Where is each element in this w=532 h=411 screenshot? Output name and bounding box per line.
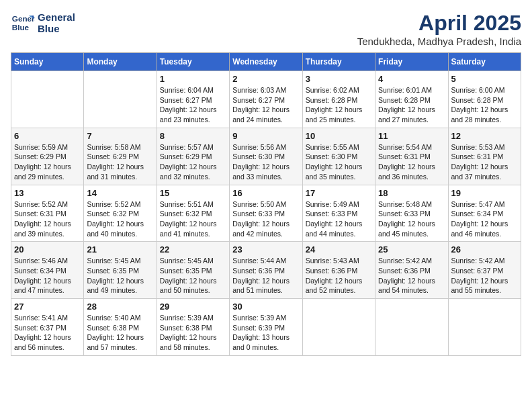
- calendar-cell: 20Sunrise: 5:46 AMSunset: 6:34 PMDayligh…: [11, 242, 84, 299]
- calendar-cell: 17Sunrise: 5:49 AMSunset: 6:33 PMDayligh…: [302, 185, 375, 242]
- day-number: 2: [232, 74, 299, 84]
- day-number: 18: [378, 188, 445, 198]
- month-title: April 2025: [357, 11, 521, 36]
- calendar-cell: 10Sunrise: 5:55 AMSunset: 6:30 PMDayligh…: [302, 128, 375, 185]
- day-number: 3: [306, 74, 372, 84]
- day-number: 23: [232, 244, 299, 255]
- day-number: 9: [232, 131, 299, 141]
- day-info: Sunrise: 5:40 AMSunset: 6:38 PMDaylight:…: [87, 313, 153, 353]
- calendar-cell: 11Sunrise: 5:54 AMSunset: 6:31 PMDayligh…: [375, 128, 448, 185]
- day-info: Sunrise: 5:52 AMSunset: 6:31 PMDaylight:…: [14, 199, 81, 239]
- day-info: Sunrise: 5:53 AMSunset: 6:31 PMDaylight:…: [451, 142, 518, 182]
- svg-text:General: General: [12, 14, 35, 23]
- day-number: 11: [378, 131, 445, 141]
- calendar-cell: 29Sunrise: 5:39 AMSunset: 6:38 PMDayligh…: [157, 299, 229, 356]
- day-number: 26: [451, 244, 518, 255]
- col-header-monday: Monday: [84, 53, 157, 71]
- calendar-cell: [375, 299, 448, 356]
- header-row: SundayMondayTuesdayWednesdayThursdayFrid…: [11, 53, 521, 71]
- day-info: Sunrise: 5:49 AMSunset: 6:33 PMDaylight:…: [306, 199, 372, 239]
- day-number: 25: [378, 244, 445, 255]
- logo: General Blue General Blue: [11, 11, 75, 35]
- day-number: 20: [14, 244, 81, 255]
- calendar-week-3: 13Sunrise: 5:52 AMSunset: 6:31 PMDayligh…: [11, 185, 521, 242]
- logo-general: General: [38, 11, 75, 23]
- day-number: 24: [306, 244, 372, 255]
- calendar-cell: 30Sunrise: 5:39 AMSunset: 6:39 PMDayligh…: [230, 299, 302, 356]
- day-number: 14: [87, 188, 153, 198]
- col-header-thursday: Thursday: [302, 53, 375, 71]
- day-info: Sunrise: 5:52 AMSunset: 6:32 PMDaylight:…: [87, 199, 153, 239]
- day-number: 30: [232, 302, 299, 312]
- day-info: Sunrise: 5:42 AMSunset: 6:37 PMDaylight:…: [451, 256, 518, 295]
- day-info: Sunrise: 5:48 AMSunset: 6:33 PMDaylight:…: [378, 199, 445, 239]
- day-number: 12: [451, 131, 518, 141]
- day-info: Sunrise: 5:43 AMSunset: 6:36 PMDaylight:…: [306, 256, 372, 295]
- calendar-cell: 12Sunrise: 5:53 AMSunset: 6:31 PMDayligh…: [448, 128, 521, 185]
- calendar-cell: 16Sunrise: 5:50 AMSunset: 6:33 PMDayligh…: [230, 185, 302, 242]
- calendar-cell: 28Sunrise: 5:40 AMSunset: 6:38 PMDayligh…: [84, 299, 157, 356]
- day-number: 13: [14, 188, 81, 198]
- calendar-table: SundayMondayTuesdayWednesdayThursdayFrid…: [11, 52, 521, 356]
- col-header-saturday: Saturday: [448, 53, 521, 71]
- day-number: 17: [306, 188, 372, 198]
- day-number: 5: [451, 74, 518, 84]
- calendar-cell: [302, 299, 375, 356]
- day-number: 19: [451, 188, 518, 198]
- col-header-tuesday: Tuesday: [157, 53, 229, 71]
- day-info: Sunrise: 5:54 AMSunset: 6:31 PMDaylight:…: [378, 142, 445, 182]
- page-header: General Blue General Blue April 2025 Ten…: [11, 11, 521, 47]
- day-number: 6: [14, 131, 81, 141]
- day-number: 27: [14, 302, 81, 312]
- calendar-cell: [84, 71, 157, 128]
- calendar-cell: 5Sunrise: 6:00 AMSunset: 6:28 PMDaylight…: [448, 71, 521, 128]
- day-info: Sunrise: 6:04 AMSunset: 6:27 PMDaylight:…: [160, 85, 226, 125]
- calendar-cell: 25Sunrise: 5:42 AMSunset: 6:36 PMDayligh…: [375, 242, 448, 299]
- col-header-friday: Friday: [375, 53, 448, 71]
- day-info: Sunrise: 5:42 AMSunset: 6:36 PMDaylight:…: [378, 256, 445, 295]
- col-header-wednesday: Wednesday: [230, 53, 302, 71]
- day-info: Sunrise: 5:39 AMSunset: 6:39 PMDaylight:…: [232, 313, 299, 353]
- calendar-cell: 22Sunrise: 5:45 AMSunset: 6:35 PMDayligh…: [157, 242, 229, 299]
- day-number: 29: [160, 302, 226, 312]
- logo-icon: General Blue: [11, 11, 35, 35]
- calendar-cell: 9Sunrise: 5:56 AMSunset: 6:30 PMDaylight…: [230, 128, 302, 185]
- day-info: Sunrise: 5:45 AMSunset: 6:35 PMDaylight:…: [87, 256, 153, 295]
- col-header-sunday: Sunday: [11, 53, 84, 71]
- day-number: 7: [87, 131, 153, 141]
- day-info: Sunrise: 5:47 AMSunset: 6:34 PMDaylight:…: [451, 199, 518, 239]
- calendar-cell: 1Sunrise: 6:04 AMSunset: 6:27 PMDaylight…: [157, 71, 229, 128]
- day-info: Sunrise: 5:50 AMSunset: 6:33 PMDaylight:…: [232, 199, 299, 239]
- calendar-cell: 19Sunrise: 5:47 AMSunset: 6:34 PMDayligh…: [448, 185, 521, 242]
- day-number: 16: [232, 188, 299, 198]
- day-info: Sunrise: 5:55 AMSunset: 6:30 PMDaylight:…: [306, 142, 372, 182]
- calendar-cell: 26Sunrise: 5:42 AMSunset: 6:37 PMDayligh…: [448, 242, 521, 299]
- title-block: April 2025 Tendukheda, Madhya Pradesh, I…: [357, 11, 521, 47]
- calendar-cell: 3Sunrise: 6:02 AMSunset: 6:28 PMDaylight…: [302, 71, 375, 128]
- calendar-cell: 2Sunrise: 6:03 AMSunset: 6:27 PMDaylight…: [230, 71, 302, 128]
- day-info: Sunrise: 6:03 AMSunset: 6:27 PMDaylight:…: [232, 85, 299, 125]
- day-info: Sunrise: 5:59 AMSunset: 6:29 PMDaylight:…: [14, 142, 81, 182]
- day-number: 22: [160, 244, 226, 255]
- location-title: Tendukheda, Madhya Pradesh, India: [357, 36, 521, 47]
- day-info: Sunrise: 5:39 AMSunset: 6:38 PMDaylight:…: [160, 313, 226, 353]
- calendar-cell: 6Sunrise: 5:59 AMSunset: 6:29 PMDaylight…: [11, 128, 84, 185]
- day-number: 28: [87, 302, 153, 312]
- calendar-cell: 15Sunrise: 5:51 AMSunset: 6:32 PMDayligh…: [157, 185, 229, 242]
- calendar-cell: [448, 299, 521, 356]
- day-info: Sunrise: 5:57 AMSunset: 6:29 PMDaylight:…: [160, 142, 226, 182]
- day-info: Sunrise: 6:00 AMSunset: 6:28 PMDaylight:…: [451, 85, 518, 125]
- day-number: 4: [378, 74, 445, 84]
- day-number: 15: [160, 188, 226, 198]
- calendar-cell: 13Sunrise: 5:52 AMSunset: 6:31 PMDayligh…: [11, 185, 84, 242]
- calendar-cell: 24Sunrise: 5:43 AMSunset: 6:36 PMDayligh…: [302, 242, 375, 299]
- day-number: 1: [160, 74, 226, 84]
- calendar-cell: 27Sunrise: 5:41 AMSunset: 6:37 PMDayligh…: [11, 299, 84, 356]
- day-info: Sunrise: 5:58 AMSunset: 6:29 PMDaylight:…: [87, 142, 153, 182]
- logo-blue: Blue: [38, 23, 75, 34]
- calendar-cell: 7Sunrise: 5:58 AMSunset: 6:29 PMDaylight…: [84, 128, 157, 185]
- calendar-cell: 18Sunrise: 5:48 AMSunset: 6:33 PMDayligh…: [375, 185, 448, 242]
- calendar-cell: 21Sunrise: 5:45 AMSunset: 6:35 PMDayligh…: [84, 242, 157, 299]
- day-number: 8: [160, 131, 226, 141]
- day-info: Sunrise: 5:51 AMSunset: 6:32 PMDaylight:…: [160, 199, 226, 239]
